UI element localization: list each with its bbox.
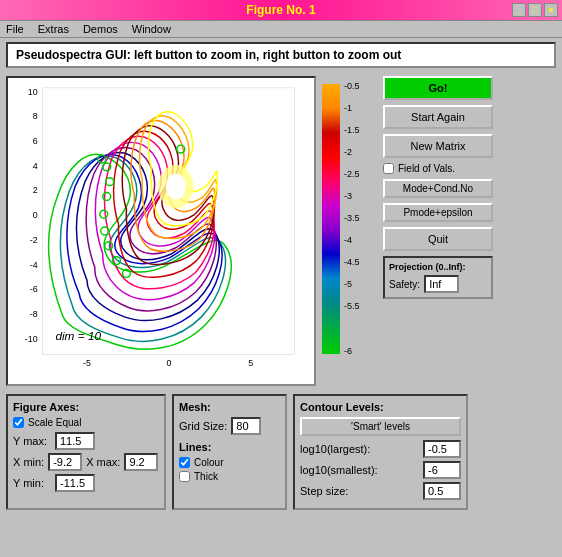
thick-label: Thick [194,471,218,482]
log10-smallest-input[interactable] [423,461,461,479]
mesh-title: Mesh: [179,401,280,413]
field-of-vals-checkbox[interactable] [383,163,394,174]
figure-axes-panel: Figure Axes: Scale Equal Y max: X min: X… [6,394,166,510]
svg-text:10: 10 [28,87,38,97]
svg-text:6: 6 [33,136,38,146]
scale-equal-label: Scale Equal [28,417,81,428]
svg-text:-3.5: -3.5 [344,213,360,223]
svg-text:-4.5: -4.5 [344,257,360,267]
status-bar: Pseudospectra GUI: left button to zoom i… [6,42,556,68]
svg-text:-8: -8 [30,309,38,319]
right-panel: Go! Start Again New Matrix Field of Vals… [383,76,493,386]
projection-label: Projection (0..Inf): [389,262,487,272]
safety-row: Safety: [389,275,487,293]
safety-label: Safety: [389,279,420,290]
y-min-input[interactable] [55,474,95,492]
x-min-label: X min: [13,456,44,468]
y-max-input[interactable] [55,432,95,450]
svg-text:-1: -1 [344,103,352,113]
x-row: X min: X max: [13,453,159,471]
svg-text:-5: -5 [344,279,352,289]
svg-text:-0.5: -0.5 [344,81,360,91]
colorbar: -0.5 -1 -1.5 -2 -2.5 -3 -3.5 -4 -4.5 -5 … [322,76,377,386]
colour-row: Colour [179,457,280,468]
contour-panel: Contour Levels: 'Smart' levels log10(lar… [293,394,468,510]
menu-bar: File Extras Demos Window [0,21,562,38]
svg-text:8: 8 [33,111,38,121]
scale-equal-row: Scale Equal [13,417,159,428]
status-text: Pseudospectra GUI: left button to zoom i… [16,48,401,62]
go-button[interactable]: Go! [383,76,493,100]
colorbar-svg: -0.5 -1 -1.5 -2 -2.5 -3 -3.5 -4 -4.5 -5 … [322,76,377,386]
log10-smallest-row: log10(smallest): [300,461,461,479]
svg-text:-10: -10 [25,334,38,344]
menu-file[interactable]: File [6,23,24,35]
close-button[interactable]: × [544,3,558,17]
field-of-vals-label: Field of Vals. [398,163,455,174]
plot-svg: 10 8 6 4 2 0 -2 -4 -6 -8 -10 -5 0 5 [8,78,314,384]
colour-label: Colour [194,457,223,468]
field-of-vals-row: Field of Vals. [383,163,493,174]
step-size-row: Step size: [300,482,461,500]
start-again-button[interactable]: Start Again [383,105,493,129]
plot-area[interactable]: 10 8 6 4 2 0 -2 -4 -6 -8 -10 -5 0 5 [6,76,316,386]
new-matrix-button[interactable]: New Matrix [383,134,493,158]
y-max-label: Y max: [13,435,51,447]
window-title: Figure No. 1 [246,3,315,17]
lines-title: Lines: [179,441,280,453]
svg-text:-4: -4 [344,235,352,245]
step-size-label: Step size: [300,485,419,497]
minimize-button[interactable]: _ [512,3,526,17]
svg-text:-6: -6 [344,346,352,356]
svg-text:4: 4 [33,161,38,171]
contour-title: Contour Levels: [300,401,461,413]
thick-checkbox[interactable] [179,471,190,482]
svg-rect-1 [43,88,295,355]
svg-rect-29 [322,84,340,354]
menu-demos[interactable]: Demos [83,23,118,35]
scale-equal-checkbox[interactable] [13,417,24,428]
title-bar: Figure No. 1 _ □ × [0,0,562,21]
quit-button[interactable]: Quit [383,227,493,251]
colour-checkbox[interactable] [179,457,190,468]
thick-row: Thick [179,471,280,482]
step-size-input[interactable] [423,482,461,500]
svg-text:0: 0 [166,358,171,368]
svg-text:-2.5: -2.5 [344,169,360,179]
bottom-panels: Figure Axes: Scale Equal Y max: X min: X… [0,390,562,514]
log10-largest-input[interactable] [423,440,461,458]
svg-text:-5.5: -5.5 [344,301,360,311]
svg-point-17 [166,174,186,200]
mode-cond-button[interactable]: Mode+Cond.No [383,179,493,198]
maximize-button[interactable]: □ [528,3,542,17]
svg-text:-2: -2 [344,147,352,157]
projection-box: Projection (0..Inf): Safety: [383,256,493,299]
smart-levels-button[interactable]: 'Smart' levels [300,417,461,436]
svg-text:0: 0 [33,210,38,220]
grid-size-row: Grid Size: [179,417,280,435]
x-max-input[interactable] [124,453,158,471]
log10-largest-label: log10(largest): [300,443,419,455]
menu-window[interactable]: Window [132,23,171,35]
menu-extras[interactable]: Extras [38,23,69,35]
grid-size-input[interactable] [231,417,261,435]
svg-text:-2: -2 [30,235,38,245]
svg-text:-5: -5 [83,358,91,368]
title-bar-controls[interactable]: _ □ × [512,3,558,17]
svg-text:-3: -3 [344,191,352,201]
svg-text:5: 5 [248,358,253,368]
x-min-input[interactable] [48,453,82,471]
svg-text:dim = 10: dim = 10 [55,329,101,343]
safety-input[interactable] [424,275,459,293]
grid-size-label: Grid Size: [179,420,227,432]
log10-largest-row: log10(largest): [300,440,461,458]
main-content: 10 8 6 4 2 0 -2 -4 -6 -8 -10 -5 0 5 [0,72,562,390]
pmode-button[interactable]: Pmode+epsilon [383,203,493,222]
svg-text:-4: -4 [30,260,38,270]
y-max-row: Y max: [13,432,159,450]
mesh-lines-panel: Mesh: Grid Size: Lines: Colour Thick [172,394,287,510]
y-min-label: Y min: [13,477,51,489]
svg-text:-6: -6 [30,284,38,294]
svg-text:-1.5: -1.5 [344,125,360,135]
svg-text:2: 2 [33,185,38,195]
